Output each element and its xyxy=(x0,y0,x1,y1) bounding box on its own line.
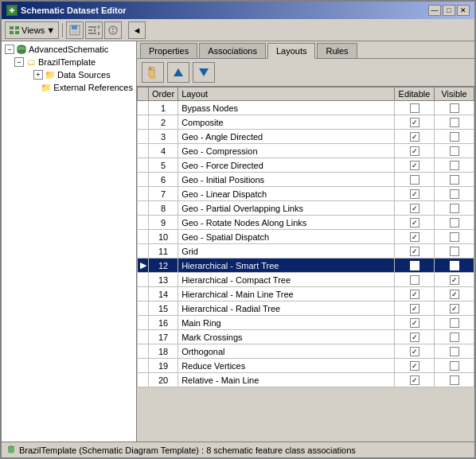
visible-checkbox[interactable] xyxy=(450,161,459,170)
visible-checkbox[interactable] xyxy=(450,347,459,356)
visible-checkbox[interactable] xyxy=(450,375,459,385)
row-editable-cell[interactable] xyxy=(395,373,435,387)
row-visible-cell[interactable] xyxy=(435,101,474,115)
row-editable-cell[interactable] xyxy=(395,216,435,230)
maximize-button[interactable]: □ xyxy=(443,5,455,16)
editable-checkbox[interactable] xyxy=(410,232,419,242)
row-visible-cell[interactable] xyxy=(435,373,474,387)
tab-properties[interactable]: Properties xyxy=(140,43,197,58)
row-visible-cell[interactable] xyxy=(435,301,474,316)
row-visible-cell[interactable] xyxy=(435,344,474,359)
expand-root[interactable]: − xyxy=(5,45,14,54)
editable-checkbox[interactable] xyxy=(410,375,419,385)
visible-checkbox[interactable] xyxy=(450,146,459,156)
table-row[interactable]: 9Geo - Rotate Nodes Along Links xyxy=(138,216,474,230)
row-editable-cell[interactable] xyxy=(395,287,435,301)
table-row[interactable]: 19Reduce Vertices xyxy=(138,359,474,373)
visible-checkbox[interactable] xyxy=(450,318,459,328)
row-visible-cell[interactable] xyxy=(435,144,474,158)
visible-checkbox[interactable] xyxy=(450,333,459,342)
visible-checkbox[interactable] xyxy=(450,218,459,228)
row-editable-cell[interactable] xyxy=(395,259,435,273)
row-visible-cell[interactable] xyxy=(435,187,474,201)
move-down-button[interactable] xyxy=(193,62,215,83)
table-row[interactable]: 6Geo - Initial Positions xyxy=(138,173,474,187)
table-row[interactable]: 1Bypass Nodes xyxy=(138,101,474,115)
sidebar-item-datasources[interactable]: + 📁 Data Sources xyxy=(32,68,135,81)
move-up-button[interactable] xyxy=(167,62,189,83)
visible-checkbox[interactable] xyxy=(450,118,459,127)
visible-checkbox[interactable] xyxy=(450,189,459,199)
table-row[interactable]: 2Composite xyxy=(138,115,474,130)
table-row[interactable]: 17Mark Crossings xyxy=(138,330,474,344)
visible-checkbox[interactable] xyxy=(450,232,459,242)
editable-checkbox[interactable] xyxy=(410,290,419,299)
visible-checkbox[interactable] xyxy=(450,132,459,142)
row-editable-cell[interactable] xyxy=(395,115,435,130)
table-row[interactable]: 10Geo - Spatial Dispatch xyxy=(138,230,474,244)
editable-checkbox[interactable] xyxy=(410,261,419,270)
table-row[interactable]: 16Main Ring xyxy=(138,316,474,330)
close-button[interactable]: ✕ xyxy=(457,5,470,16)
visible-checkbox[interactable] xyxy=(450,204,459,213)
row-editable-cell[interactable] xyxy=(395,230,435,244)
views-dropdown-button[interactable]: Views ▼ xyxy=(5,21,59,39)
editable-checkbox[interactable] xyxy=(410,175,419,185)
editable-checkbox[interactable] xyxy=(410,132,419,142)
editable-checkbox[interactable] xyxy=(410,275,419,285)
expand-brazil[interactable]: − xyxy=(14,57,24,67)
row-editable-cell[interactable] xyxy=(395,344,435,359)
tab-layouts[interactable]: Layouts xyxy=(267,43,316,59)
row-visible-cell[interactable] xyxy=(435,359,474,373)
editable-checkbox[interactable] xyxy=(410,161,419,170)
row-visible-cell[interactable] xyxy=(435,158,474,173)
row-visible-cell[interactable] xyxy=(435,130,474,144)
row-editable-cell[interactable] xyxy=(395,201,435,216)
row-visible-cell[interactable] xyxy=(435,230,474,244)
visible-checkbox[interactable] xyxy=(450,361,459,371)
editable-checkbox[interactable] xyxy=(410,103,419,113)
editable-checkbox[interactable] xyxy=(410,189,419,199)
table-row[interactable]: 18Orthogonal xyxy=(138,344,474,359)
row-visible-cell[interactable] xyxy=(435,216,474,230)
table-row[interactable]: 20Relative - Main Line xyxy=(138,373,474,387)
row-editable-cell[interactable] xyxy=(395,244,435,259)
sidebar-item-root[interactable]: − AdvancedSchematic xyxy=(3,43,135,56)
sidebar-item-extrefs[interactable]: 📁 External References xyxy=(32,81,135,94)
editable-checkbox[interactable] xyxy=(410,333,419,342)
visible-checkbox[interactable] xyxy=(450,103,459,113)
table-row[interactable]: 3Geo - Angle Directed xyxy=(138,130,474,144)
row-editable-cell[interactable] xyxy=(395,316,435,330)
row-visible-cell[interactable] xyxy=(435,330,474,344)
table-row[interactable]: 4Geo - Compression xyxy=(138,144,474,158)
row-editable-cell[interactable] xyxy=(395,144,435,158)
row-visible-cell[interactable] xyxy=(435,287,474,301)
visible-checkbox[interactable] xyxy=(450,304,459,313)
row-editable-cell[interactable] xyxy=(395,130,435,144)
row-editable-cell[interactable] xyxy=(395,158,435,173)
table-row[interactable]: 7Geo - Linear Dispatch xyxy=(138,187,474,201)
row-editable-cell[interactable] xyxy=(395,173,435,187)
table-row[interactable]: ▶12Hierarchical - Smart Tree xyxy=(138,259,474,273)
row-visible-cell[interactable] xyxy=(435,244,474,259)
row-editable-cell[interactable] xyxy=(395,330,435,344)
visible-checkbox[interactable] xyxy=(450,261,459,270)
extra-button[interactable] xyxy=(104,21,122,39)
row-visible-cell[interactable] xyxy=(435,259,474,273)
visible-checkbox[interactable] xyxy=(450,290,459,299)
row-editable-cell[interactable] xyxy=(395,301,435,316)
options-button[interactable] xyxy=(85,21,103,39)
minimize-button[interactable]: — xyxy=(428,5,441,16)
table-row[interactable]: 13Hierarchical - Compact Tree xyxy=(138,273,474,287)
row-visible-cell[interactable] xyxy=(435,173,474,187)
row-editable-cell[interactable] xyxy=(395,359,435,373)
editable-checkbox[interactable] xyxy=(410,146,419,156)
table-row[interactable]: 11Grid xyxy=(138,244,474,259)
table-row[interactable]: 5Geo - Force Directed xyxy=(138,158,474,173)
table-row[interactable]: 14Hierarchical - Main Line Tree xyxy=(138,287,474,301)
editable-checkbox[interactable] xyxy=(410,347,419,356)
tab-associations[interactable]: Associations xyxy=(199,43,266,58)
row-visible-cell[interactable] xyxy=(435,201,474,216)
editable-checkbox[interactable] xyxy=(410,118,419,127)
editable-checkbox[interactable] xyxy=(410,218,419,228)
